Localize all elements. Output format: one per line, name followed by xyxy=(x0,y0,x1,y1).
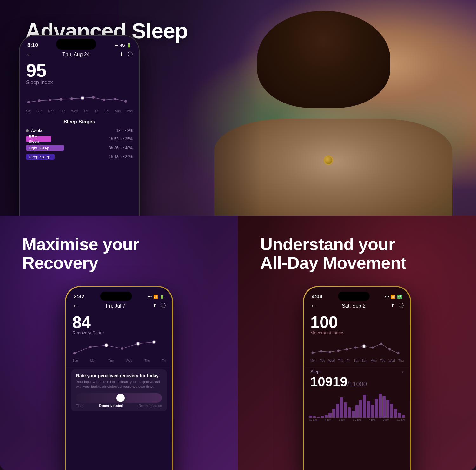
movement-text-block: Understand your All-Day Movement xyxy=(260,235,406,273)
chart-day-labels: Sat Sun Mon Tue Wed Thu Fri Sat Sun Mon xyxy=(25,108,134,113)
signal-icon: ▪▪▪ xyxy=(114,43,118,48)
awake-value: 13m • 3% xyxy=(116,129,133,133)
sleep-stages-title: Sleep Stages xyxy=(20,116,139,127)
svg-point-5 xyxy=(81,96,84,100)
bar-1 xyxy=(309,416,312,418)
movement-title-line2: All-Day Movement xyxy=(260,253,406,272)
movement-back-icon[interactable]: ← xyxy=(310,302,317,309)
bar-8 xyxy=(336,404,339,418)
deep-value: 1h 13m • 24% xyxy=(109,155,133,159)
back-arrow-icon[interactable]: ← xyxy=(26,51,32,58)
phone-recovery: 2:32 ▪▪▪ 📶 🔋 ← Fri, Jul 7 ⬆ xyxy=(65,286,173,470)
bar-14 xyxy=(359,400,362,418)
movement-chart: Mon Tue Wed Thu Fri Sat Sun Mon Tue Wed … xyxy=(304,337,410,366)
mov-day-sun: Sun xyxy=(362,359,367,362)
mov-day-wed2: Wed xyxy=(388,359,395,362)
slider-thumb[interactable] xyxy=(116,394,125,402)
bar-17 xyxy=(371,405,374,418)
movement-status-icons: ▪▪▪ 📶 45 xyxy=(385,295,402,299)
status-icons: ▪▪▪ 4G 🔋 xyxy=(114,43,131,48)
svg-point-19 xyxy=(337,350,340,352)
steps-chevron-icon[interactable]: › xyxy=(402,369,404,374)
svg-point-12 xyxy=(105,344,108,347)
recovery-section-panel: Maximise your Recovery 2:32 ▪▪▪ 📶 🔋 xyxy=(0,216,238,470)
svg-point-22 xyxy=(362,345,366,348)
recovery-battery-icon: 🔋 xyxy=(160,295,164,299)
share-icon[interactable]: ⬆ xyxy=(120,51,124,58)
slider-track[interactable] xyxy=(76,393,162,403)
bar-23 xyxy=(394,409,397,418)
movement-chart-svg xyxy=(309,337,405,356)
rem-value: 1h 52m • 25% xyxy=(109,137,133,141)
bar-22 xyxy=(390,404,393,418)
bar-label-4pm: 4 pm xyxy=(369,418,375,421)
svg-point-26 xyxy=(397,352,400,354)
recovery-back-icon[interactable]: ← xyxy=(72,302,79,309)
movement-title-line1: Understand your xyxy=(260,235,395,254)
movement-score: 100 xyxy=(304,313,410,330)
status-bar: 8:10 ▪▪▪ 4G 🔋 xyxy=(20,36,139,51)
recovery-share-icon[interactable]: ⬆ xyxy=(153,302,157,309)
recovery-chart: Sun Mon Tue Wed Thu Fri xyxy=(66,337,172,366)
recovery-signal-icon: ▪▪▪ xyxy=(148,295,152,299)
svg-point-15 xyxy=(152,341,155,344)
rem-label: REM Sleep xyxy=(29,134,49,144)
bar-label-4am: 4 am xyxy=(325,418,331,421)
top-section: Advanced Sleep Analytics 8:10 ▪▪▪ 4G 🔋 xyxy=(0,0,476,216)
rec-day-tue: Tue xyxy=(108,359,114,362)
movement-share-icon[interactable]: ⬆ xyxy=(391,302,395,309)
day-wed-1: Wed xyxy=(71,109,78,113)
bar-9 xyxy=(340,397,343,418)
bar-13 xyxy=(355,405,359,418)
phone-frame-sleep: 8:10 ▪▪▪ 4G 🔋 ← Thu, Aug 24 ⬆ ⓘ xyxy=(19,35,140,216)
slider-container: Tired Decently rested Ready for action xyxy=(76,393,162,407)
bar-16 xyxy=(367,401,370,418)
day-tue-1: Tue xyxy=(60,109,65,113)
steps-goal: /11000 xyxy=(347,381,367,387)
day-fri-1: Fri xyxy=(95,109,99,113)
bar-24 xyxy=(398,413,401,418)
movement-status-bar: 4:04 ▪▪▪ 📶 45 xyxy=(304,287,410,302)
recovery-title-line2: Recovery xyxy=(22,253,98,272)
bar-label-12am-end: 12 am xyxy=(397,418,405,421)
movement-dynamic-island xyxy=(338,292,370,301)
recovery-dynamic-island xyxy=(100,292,132,301)
phone-screen-recovery: 2:32 ▪▪▪ 📶 🔋 ← Fri, Jul 7 ⬆ xyxy=(66,287,172,470)
bar-chart-labels: 12 am 4 am 8 am 12 pm 4 pm 8 pm 12 am xyxy=(304,418,410,421)
steps-bar-chart xyxy=(304,392,410,418)
movement-info-icon[interactable]: ⓘ xyxy=(399,302,404,309)
movement-nav-bar: ← Sat, Sep 2 ⬆ ⓘ xyxy=(304,302,410,309)
info-icon[interactable]: ⓘ xyxy=(128,51,133,58)
recovery-text-block: Maximise your Recovery xyxy=(22,235,139,273)
hair-decoration xyxy=(257,11,390,108)
movement-time: 4:04 xyxy=(312,294,322,300)
slider-label-rested: Decently rested xyxy=(99,404,123,407)
stage-rem: REM Sleep 1h 52m • 25% xyxy=(20,135,139,143)
stage-light-left: Light Sleep xyxy=(26,145,64,151)
mov-day-thu2: Thu xyxy=(398,359,404,362)
light-label: Light Sleep xyxy=(29,146,49,150)
svg-point-14 xyxy=(136,342,140,345)
sleep-score: 95 xyxy=(20,61,139,80)
recovery-status-icons: ▪▪▪ 📶 🔋 xyxy=(148,295,164,299)
day-mon-2: Mon xyxy=(126,109,132,113)
dynamic-island xyxy=(56,39,96,50)
steps-display: 10919/11000 xyxy=(310,375,404,388)
stage-light: Light Sleep 3h 36m • 48% xyxy=(20,143,139,152)
recovery-info-icon[interactable]: ⓘ xyxy=(161,302,166,309)
steps-label: Steps xyxy=(310,369,322,374)
mov-day-tue: Tue xyxy=(320,359,325,362)
svg-point-13 xyxy=(121,347,123,350)
svg-point-0 xyxy=(27,101,30,103)
recovery-nav-date: Fri, Jul 7 xyxy=(106,303,125,309)
svg-point-1 xyxy=(38,99,41,102)
slider-label-tired: Tired xyxy=(76,404,83,407)
svg-point-11 xyxy=(89,346,92,348)
phone-frame-recovery: 2:32 ▪▪▪ 📶 🔋 ← Fri, Jul 7 ⬆ xyxy=(65,286,173,470)
day-thu-1: Thu xyxy=(83,109,89,113)
light-value: 3h 36m • 48% xyxy=(109,146,133,150)
deep-label: Deep Sleep xyxy=(29,155,50,159)
svg-point-7 xyxy=(103,99,105,101)
sleep-chart: Sat Sun Mon Tue Wed Thu Fri Sat Sun Mon xyxy=(20,88,139,116)
bar-5 xyxy=(325,415,328,418)
